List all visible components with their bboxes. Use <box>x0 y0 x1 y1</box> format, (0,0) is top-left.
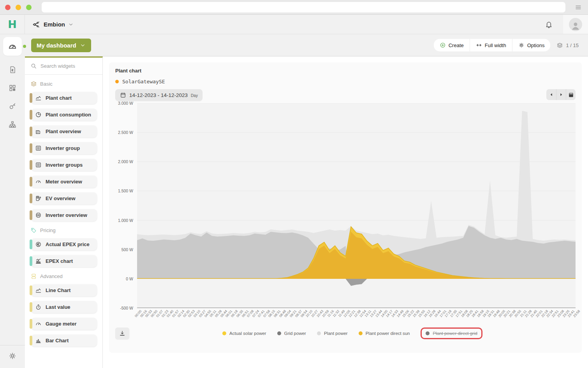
widget-section-header-advanced: Advanced <box>30 273 97 280</box>
legend-item-plant-power[interactable]: Plant power <box>317 331 348 336</box>
sidebar-divider <box>0 345 25 345</box>
stopwatch-icon <box>35 304 42 310</box>
legend-item-plant-power-direct-sun[interactable]: Plant power direct sun <box>359 331 410 336</box>
sidebar-item-widgets[interactable] <box>8 84 17 92</box>
avatar[interactable] <box>569 18 582 31</box>
widget-card-label: Actual EPEX price <box>46 241 90 247</box>
date-nav <box>546 89 576 100</box>
line-chart-icon <box>35 287 42 294</box>
legend-label: Plant power direct sun <box>366 331 410 336</box>
legend-item-plant-power-direct-grid[interactable]: Plant power direct grid <box>421 328 482 339</box>
chart-plot-area[interactable] <box>137 103 576 308</box>
organization-selector[interactable]: Embion <box>32 20 74 29</box>
sidebar-item-topology[interactable] <box>8 120 17 129</box>
widget-card-inverter-overview[interactable]: Inverter overview <box>31 209 97 221</box>
widget-card-actual-epex-price[interactable]: Actual EPEX price <box>31 238 97 250</box>
legend-dot <box>317 331 321 335</box>
previous-period-button[interactable] <box>546 89 556 100</box>
window-titlebar <box>0 0 588 15</box>
widget-card-label: Plant chart <box>46 95 72 101</box>
price-chart-icon <box>35 258 42 264</box>
meter-icon <box>35 178 42 185</box>
widget-card-gauge-meter[interactable]: Gauge meter <box>31 318 97 330</box>
download-chart-button[interactable] <box>115 328 129 339</box>
widget-card-label: Plant overview <box>46 129 81 134</box>
device-label: SolarGatewaySE <box>122 79 165 85</box>
y-tick-label: 0 W <box>126 276 133 281</box>
legend-label: Grid power <box>284 331 306 336</box>
full-width-button[interactable]: Full width <box>470 39 512 51</box>
page-indicator-label: 1 / 15 <box>566 42 579 48</box>
legend-item-actual-solar-power[interactable]: Actual solar power <box>222 331 266 336</box>
chevron-down-icon <box>80 42 86 48</box>
chevron-down-icon <box>68 22 74 27</box>
inverter-icon <box>35 212 42 218</box>
logo-letter: H <box>8 18 17 30</box>
y-tick-label: 1.500 W <box>118 188 133 193</box>
widget-card-inverter-groups[interactable]: Inverter groups <box>31 159 97 171</box>
dashboard-page-indicator: 1 / 15 <box>556 42 579 49</box>
search-icon <box>30 63 37 69</box>
device-status-dot <box>115 80 119 83</box>
legend-dot <box>359 331 363 335</box>
sidebar-item-billing[interactable] <box>8 65 17 74</box>
stack-icon <box>30 273 37 280</box>
minimize-window-button[interactable] <box>16 5 21 10</box>
widget-card-line-chart[interactable]: Line Chart <box>31 284 97 296</box>
widget-card-last-value[interactable]: Last value <box>31 301 97 313</box>
legend-item-grid-power[interactable]: Grid power <box>277 331 306 336</box>
browser-menu-icon[interactable] <box>575 4 582 11</box>
widget-section-header-basic: Basic <box>30 81 97 87</box>
euro-coin-icon <box>35 241 42 248</box>
dashboard-selector-button[interactable]: My dashboard <box>31 39 91 52</box>
date-mode-label: Day <box>191 93 198 98</box>
layers-icon <box>30 81 37 87</box>
app-logo[interactable]: H <box>0 15 25 34</box>
widget-card-bar-chart[interactable]: Bar Chart <box>31 335 97 347</box>
widget-card-meter-overview[interactable]: Meter overview <box>31 176 97 188</box>
sidebar-item-access-keys[interactable] <box>8 102 17 111</box>
widget-card-label: EV overview <box>46 195 76 201</box>
widget-card-plant-consumption[interactable]: Plant consumption <box>31 109 97 121</box>
legend-dot <box>277 331 281 335</box>
close-window-button[interactable] <box>5 5 11 10</box>
widget-card-label: Inverter overview <box>46 212 87 218</box>
notifications-bell-icon[interactable] <box>545 20 553 28</box>
dashboard-canvas: Plant chart SolarGatewaySE 14-12-2023 - … <box>103 56 588 368</box>
widget-card-plant-overview[interactable]: Plant overview <box>31 125 97 137</box>
search-input[interactable] <box>40 63 91 69</box>
sidebar-item-dashboard[interactable] <box>3 37 22 56</box>
network-icon <box>32 20 40 29</box>
layers-icon <box>556 42 563 49</box>
widget-card-label: Last value <box>46 304 70 310</box>
address-bar[interactable] <box>42 2 565 12</box>
options-button[interactable]: Options <box>512 39 551 51</box>
plant-chart-widget: Plant chart SolarGatewaySE 14-12-2023 - … <box>109 62 582 353</box>
next-period-button[interactable] <box>556 89 566 100</box>
tag-icon <box>30 227 37 234</box>
y-tick-label: 1.000 W <box>118 218 133 223</box>
sidebar-item-settings[interactable] <box>8 352 17 360</box>
legend-label: Actual solar power <box>229 331 266 336</box>
widget-card-epex-chart[interactable]: EPEX chart <box>31 255 97 267</box>
y-tick-label: 3.000 W <box>118 101 133 106</box>
widget-search <box>25 58 102 75</box>
jump-to-date-button[interactable] <box>566 89 576 100</box>
date-range-picker[interactable]: 14-12-2023 - 14-12-2023 Day <box>115 89 202 101</box>
widget-card-inverter-group[interactable]: Inverter group <box>31 142 97 154</box>
list-icon <box>35 145 42 151</box>
avatar-cell <box>563 15 588 34</box>
plus-circle-icon <box>440 42 446 48</box>
widget-card-label: Meter overview <box>46 179 82 185</box>
widget-card-plant-chart[interactable]: Plant chart <box>31 92 97 104</box>
create-button[interactable]: Create <box>434 39 470 51</box>
zoom-window-button[interactable] <box>26 5 32 10</box>
widget-card-ev-overview[interactable]: EV overview <box>31 192 97 204</box>
widget-panel: BasicPlant chartPlant consumptionPlant o… <box>25 56 103 368</box>
section-label: Advanced <box>40 273 63 279</box>
chart-legend: Actual solar powerGrid powerPlant powerP… <box>129 331 576 336</box>
toolbar-button-group: Create Full width Options <box>434 39 551 51</box>
legend-label: Plant power direct grid <box>433 331 477 336</box>
bar-chart-icon <box>35 337 42 344</box>
factory-icon <box>35 128 42 135</box>
